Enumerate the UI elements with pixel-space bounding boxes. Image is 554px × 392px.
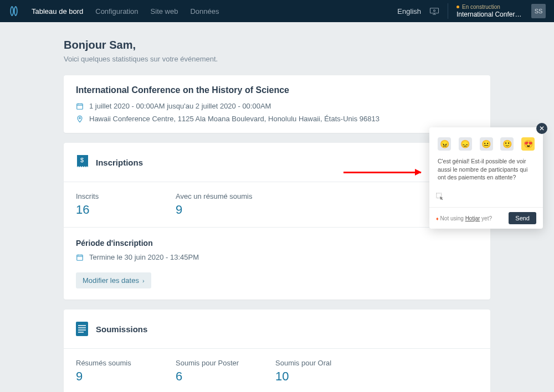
event-location: Hawaii Conference Centre, 1125 Ala Moana… [89, 115, 379, 123]
feedback-text[interactable]: C'est génial! Est-il possible de voir au… [429, 157, 543, 188]
stat-label: Inscrits [76, 192, 176, 200]
stat-label: Soumis pour Oral [275, 359, 375, 367]
event-dates: 1 juillet 2020 - 00:00AM jusqu'au 2 juil… [89, 102, 271, 110]
emoji-angry[interactable]: 😠 [438, 137, 451, 151]
stat-value: 6 [176, 369, 275, 384]
nav-dashboard[interactable]: Tableau de bord [32, 7, 83, 16]
language-selector[interactable]: English [397, 7, 421, 16]
inscriptions-icon: $ [76, 155, 88, 169]
calendar-icon [76, 254, 84, 261]
svg-rect-0 [430, 8, 439, 13]
svg-rect-2 [77, 104, 83, 109]
edit-dates-label: Modifier les dates [83, 276, 139, 285]
feedback-extra [429, 188, 543, 208]
stat-resume-soumis: Avec un résumé soumis 9 [176, 192, 275, 217]
emoji-happy[interactable]: 🙂 [500, 137, 514, 151]
event-location-line: Hawaii Conference Centre, 1125 Ala Moana… [76, 115, 478, 123]
flame-icon: ♦ [436, 216, 439, 221]
main-container: Bonjour Sam, Voici quelques statistiques… [64, 22, 490, 392]
edit-dates-button[interactable]: Modifier les dates › [76, 272, 151, 288]
location-icon [76, 115, 84, 123]
event-card: International Conference on the History … [64, 75, 490, 133]
inscriptions-card: $ Inscriptions Inscrits 16 Avec un résum… [64, 143, 490, 300]
stat-value: 9 [176, 203, 275, 217]
svg-text:$: $ [80, 157, 84, 163]
soumissions-stats: Résumés soumis 9 Soumis pour Poster 6 So… [64, 349, 490, 392]
stat-oral: Soumis pour Oral 10 [275, 359, 375, 384]
close-icon[interactable]: ✕ [536, 123, 547, 134]
preview-icon[interactable] [429, 7, 439, 15]
stat-inscrits: Inscrits 16 [76, 192, 176, 217]
select-element-icon[interactable] [436, 193, 444, 200]
stat-label: Résumés soumis [76, 359, 176, 367]
nav-website[interactable]: Site web [151, 7, 178, 16]
soumissions-card: Soumissions Résumés soumis 9 Soumis pour… [64, 310, 490, 392]
stat-resumes: Résumés soumis 9 [76, 359, 176, 384]
nav-data[interactable]: Données [190, 7, 219, 16]
stat-value: 10 [275, 369, 375, 384]
svg-rect-6 [76, 322, 88, 336]
event-title: International Conference on the History … [76, 85, 478, 95]
feedback-widget: ✕ 😠 😞 😐 🙂 😍 C'est génial! Est-il possibl… [429, 127, 543, 229]
svg-point-3 [79, 117, 81, 118]
event-status-block[interactable]: En construction International Conference… [456, 4, 523, 18]
svg-rect-5 [77, 255, 83, 260]
divider [448, 3, 448, 19]
inscriptions-stats: Inscrits 16 Avec un résumé soumis 9 [64, 182, 490, 228]
event-name: International Conference… [456, 11, 523, 18]
greeting: Bonjour Sam, [64, 39, 490, 51]
app-logo-icon [8, 6, 19, 17]
emoji-sad[interactable]: 😞 [459, 137, 472, 151]
nav-right: English En construction International Co… [397, 3, 546, 19]
subtitle: Voici quelques statistiques sur votre év… [64, 55, 490, 63]
stat-value: 16 [76, 203, 176, 217]
status-dot-icon [456, 6, 459, 8]
user-avatar[interactable]: SS [531, 4, 546, 18]
stat-poster: Soumis pour Poster 6 [176, 359, 275, 384]
stat-value: 9 [76, 369, 176, 384]
soumissions-title: Soumissions [96, 324, 147, 334]
stat-label: Avec un résumé soumis [176, 192, 275, 200]
feedback-footer: ♦Not using Hotjar yet? Send [429, 208, 543, 229]
svg-point-1 [434, 10, 435, 12]
annotation-arrow [343, 172, 421, 173]
period-text: Termine le 30 juin 2020 - 13:45PM [89, 253, 199, 261]
period-title: Période d'inscription [76, 239, 478, 247]
nav-left: Tableau de bord Configuration Site web D… [8, 6, 219, 17]
soumissions-icon [76, 322, 88, 336]
nav-configuration[interactable]: Configuration [95, 7, 138, 16]
emoji-love[interactable]: 😍 [521, 137, 535, 151]
period-block: Période d'inscription Termine le 30 juin… [64, 228, 490, 300]
chevron-right-icon: › [142, 277, 145, 284]
calendar-icon [76, 102, 84, 110]
send-button[interactable]: Send [509, 212, 536, 224]
emoji-neutral[interactable]: 😐 [480, 137, 493, 151]
hotjar-link[interactable]: Hotjar [465, 215, 480, 221]
status-text: En construction [462, 4, 500, 10]
hotjar-brand: ♦Not using Hotjar yet? [436, 215, 492, 221]
stat-label: Soumis pour Poster [176, 359, 275, 367]
event-dates-line: 1 juillet 2020 - 00:00AM jusqu'au 2 juil… [76, 102, 478, 110]
emoji-row: 😠 😞 😐 🙂 😍 [429, 127, 543, 157]
top-navigation: Tableau de bord Configuration Site web D… [0, 0, 554, 22]
inscriptions-title: Inscriptions [96, 158, 143, 167]
